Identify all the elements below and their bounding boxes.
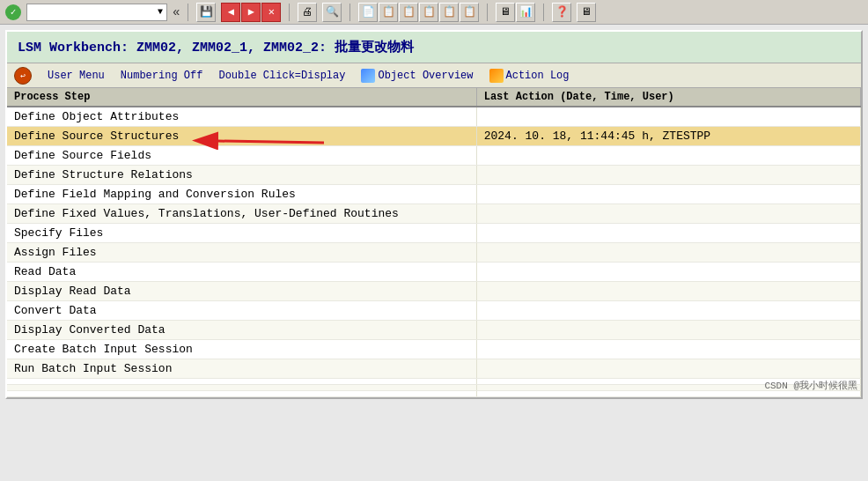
process-step-cell: Define Object Attributes bbox=[7, 107, 476, 127]
process-step-cell: Define Fixed Values, Translations, User-… bbox=[7, 204, 476, 224]
process-step-cell: Specify Files bbox=[7, 224, 476, 243]
icon-btn-1[interactable]: 📄 bbox=[358, 3, 378, 22]
col-header-process: Process Step bbox=[7, 88, 476, 107]
menu-user-menu[interactable]: User Menu bbox=[40, 68, 112, 84]
last-action-cell bbox=[476, 185, 860, 204]
last-action-cell bbox=[476, 263, 860, 282]
process-step-cell bbox=[7, 379, 476, 385]
icon-group: 📄 📋 📋 📋 📋 📋 bbox=[358, 3, 479, 22]
col-header-action: Last Action (Date, Time, User) bbox=[476, 88, 860, 107]
last-action-cell bbox=[476, 282, 860, 301]
app-wrapper: ✓ ▼ « 💾 ◀ ▶ ✕ 🖨 🔍 📄 📋 📋 📋 📋 📋 🖥 📊 bbox=[0, 0, 868, 399]
last-action-cell bbox=[476, 359, 860, 379]
main-content-area: LSM Workbench: ZMM02, ZMM02_1, ZMM02_2: … bbox=[5, 30, 863, 399]
toolbar-sep-5 bbox=[543, 4, 544, 21]
process-step-cell: Read Data bbox=[7, 263, 476, 282]
last-action-cell bbox=[476, 204, 860, 224]
table-row[interactable]: Assign Files bbox=[7, 243, 861, 263]
table-row[interactable]: Run Batch Input Session bbox=[7, 359, 861, 379]
object-overview-icon bbox=[361, 69, 375, 83]
menu-bar: ↩ User Menu Numbering Off Double Click=D… bbox=[7, 63, 861, 88]
forward-btn[interactable]: ▶ bbox=[241, 3, 261, 22]
last-action-cell bbox=[476, 107, 860, 127]
table-row[interactable]: Define Field Mapping and Conversion Rule… bbox=[7, 185, 861, 204]
icon-btn-3[interactable]: 📋 bbox=[399, 3, 418, 22]
menu-numbering-off[interactable]: Numbering Off bbox=[114, 68, 210, 84]
table-row[interactable]: Display Converted Data bbox=[7, 321, 861, 340]
process-steps-table: Process Step Last Action (Date, Time, Us… bbox=[7, 88, 861, 397]
table-row[interactable]: Define Object Attributes bbox=[7, 107, 861, 127]
last-action-cell bbox=[476, 224, 860, 243]
process-step-cell: Define Structure Relations bbox=[7, 166, 476, 185]
process-step-cell: Create Batch Input Session bbox=[7, 340, 476, 359]
table-row[interactable] bbox=[7, 379, 861, 385]
action-log-icon bbox=[489, 69, 504, 83]
process-step-cell: Display Converted Data bbox=[7, 321, 476, 340]
view-btn-1[interactable]: 🖥 bbox=[496, 3, 515, 22]
toolbar-sep-4 bbox=[487, 4, 488, 21]
icon-btn-5[interactable]: 📋 bbox=[439, 3, 459, 22]
table-wrapper: Process Step Last Action (Date, Time, Us… bbox=[7, 88, 861, 397]
nav-buttons: ◀ ▶ ✕ bbox=[221, 3, 281, 22]
watermark: CSDN @我小时候很黑 bbox=[764, 379, 857, 392]
process-step-cell: Display Read Data bbox=[7, 282, 476, 301]
menu-double-click-display[interactable]: Double Click=Display bbox=[211, 68, 352, 84]
table-row[interactable]: Define Fixed Values, Translations, User-… bbox=[7, 204, 861, 224]
top-toolbar: ✓ ▼ « 💾 ◀ ▶ ✕ 🖨 🔍 📄 📋 📋 📋 📋 📋 🖥 📊 bbox=[0, 0, 868, 25]
status-check-icon[interactable]: ✓ bbox=[5, 4, 21, 20]
last-action-cell: 2024. 10. 18, 11:44:45 h, ZTESTPP bbox=[476, 127, 860, 146]
icon-btn-6[interactable]: 📋 bbox=[460, 3, 479, 22]
process-step-cell: Define Source Structures bbox=[7, 127, 476, 146]
table-body: Define Object AttributesDefine Source St… bbox=[7, 107, 861, 397]
help-btn[interactable]: ❓ bbox=[552, 3, 571, 22]
process-step-cell: Convert Data bbox=[7, 301, 476, 321]
last-action-cell bbox=[476, 321, 860, 340]
menu-action-log[interactable]: Action Log bbox=[482, 67, 577, 85]
table-row[interactable]: Define Source Structures2024. 10. 18, 11… bbox=[7, 127, 861, 146]
last-action-cell bbox=[476, 243, 860, 263]
nav-prev-btn[interactable]: « bbox=[173, 5, 180, 19]
address-bar[interactable]: ▼ bbox=[26, 4, 167, 21]
last-action-cell bbox=[476, 166, 860, 185]
process-step-cell: Run Batch Input Session bbox=[7, 359, 476, 379]
power-icon[interactable]: ↩ bbox=[14, 67, 32, 85]
view-btn-2[interactable]: 📊 bbox=[516, 3, 535, 22]
view-btns: 🖥 📊 bbox=[496, 3, 535, 22]
icon-btn-2[interactable]: 📋 bbox=[379, 3, 398, 22]
table-row[interactable]: Read Data bbox=[7, 263, 861, 282]
table-row[interactable]: Convert Data bbox=[7, 301, 861, 321]
last-action-cell bbox=[476, 340, 860, 359]
last-action-cell bbox=[476, 301, 860, 321]
back-btn[interactable]: ◀ bbox=[221, 3, 240, 22]
last-action-cell bbox=[476, 146, 860, 166]
dropdown-arrow[interactable]: ▼ bbox=[158, 7, 163, 17]
toolbar-sep-3 bbox=[349, 4, 350, 21]
icon-btn-4[interactable]: 📋 bbox=[419, 3, 438, 22]
table-row[interactable]: Define Source Fields bbox=[7, 146, 861, 166]
table-row[interactable] bbox=[7, 385, 861, 391]
page-title: LSM Workbench: ZMM02, ZMM02_1, ZMM02_2: … bbox=[7, 32, 861, 63]
table-row[interactable]: Define Structure Relations bbox=[7, 166, 861, 185]
table-row[interactable]: Display Read Data bbox=[7, 282, 861, 301]
process-step-cell bbox=[7, 391, 476, 397]
toolbar-sep-1 bbox=[188, 4, 188, 21]
save-btn[interactable]: 💾 bbox=[196, 3, 216, 22]
table-row[interactable] bbox=[7, 391, 861, 397]
process-step-cell: Define Field Mapping and Conversion Rule… bbox=[7, 185, 476, 204]
settings-btn[interactable]: 🖥 bbox=[577, 3, 596, 22]
stop-btn[interactable]: ✕ bbox=[261, 3, 281, 22]
print-btn[interactable]: 🖨 bbox=[298, 3, 317, 22]
table-row[interactable]: Create Batch Input Session bbox=[7, 340, 861, 359]
process-step-cell: Assign Files bbox=[7, 243, 476, 263]
menu-object-overview[interactable]: Object Overview bbox=[354, 67, 480, 85]
table-row[interactable]: Specify Files bbox=[7, 224, 861, 243]
process-step-cell: Define Source Fields bbox=[7, 146, 476, 166]
toolbar-sep-2 bbox=[289, 4, 290, 21]
find-btn[interactable]: 🔍 bbox=[322, 3, 342, 22]
table-header-row: Process Step Last Action (Date, Time, Us… bbox=[7, 88, 861, 107]
process-step-cell bbox=[7, 385, 476, 391]
